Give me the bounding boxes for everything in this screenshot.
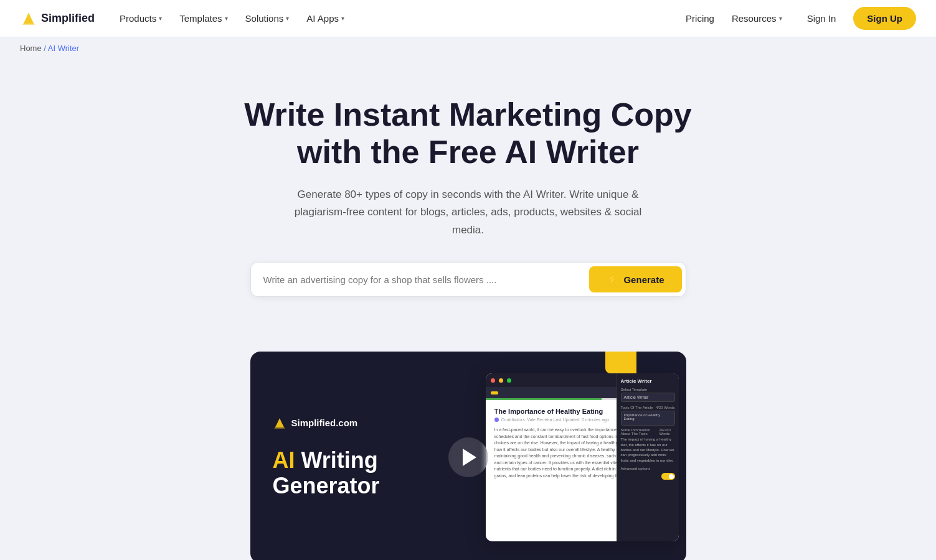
hero-title: Write Instant Marketing Copy with the Fr… <box>244 96 693 171</box>
minimize-dot <box>499 378 503 383</box>
advanced-label: Advanced options <box>621 467 675 470</box>
play-icon <box>463 449 476 466</box>
search-bar: ⚡ Generate <box>250 262 686 297</box>
logo-link[interactable]: Simplified <box>20 10 95 27</box>
expand-dot <box>507 378 511 383</box>
logo-icon <box>20 10 37 27</box>
info-counter: 29/240 Words <box>659 428 674 436</box>
video-logo-icon <box>273 416 286 430</box>
lightning-icon: ⚡ <box>607 274 618 285</box>
nav-item-templates[interactable]: Templates ▾ <box>172 8 235 29</box>
signup-button[interactable]: Sign Up <box>853 7 916 30</box>
chevron-down-icon: ▾ <box>779 15 782 22</box>
hero-subtitle: Generate 80+ types of copy in seconds wi… <box>294 186 643 240</box>
meta-dot-icon <box>494 418 499 422</box>
generate-button[interactable]: ⚡ Generate <box>589 266 681 292</box>
nav-item-solutions[interactable]: Solutions ▾ <box>238 8 297 29</box>
chevron-down-icon: ▾ <box>225 15 228 22</box>
chevron-down-icon: ▾ <box>341 15 344 22</box>
app-mockup: The Importance of Healthy Eating Contrib… <box>486 373 679 541</box>
svg-marker-1 <box>22 15 35 25</box>
play-button[interactable] <box>448 437 488 477</box>
toolbar-accent <box>491 391 498 394</box>
nav-pricing[interactable]: Pricing <box>686 13 714 24</box>
yellow-accent <box>605 352 636 373</box>
nav-right: Pricing Resources ▾ Sign In Sign Up <box>686 7 916 30</box>
sidebar-panel: Article Writer Select Template Article W… <box>617 373 679 541</box>
advanced-toggle[interactable] <box>661 473 675 480</box>
toggle-dot <box>669 474 674 479</box>
svg-marker-3 <box>274 420 285 429</box>
topic-label: Topic Of The Article <box>621 406 653 409</box>
signin-button[interactable]: Sign In <box>800 8 844 29</box>
info-label: Some Information About The Topic <box>621 428 659 436</box>
nav-item-ai-apps[interactable]: AI Apps ▾ <box>299 8 352 29</box>
search-input[interactable] <box>251 263 586 296</box>
nav-item-products[interactable]: Products ▾ <box>112 8 169 29</box>
video-logo: Simplified.com <box>273 416 463 430</box>
video-right: The Importance of Healthy Eating Contrib… <box>486 352 686 560</box>
chevron-down-icon: ▾ <box>286 15 289 22</box>
template-label: Select Template <box>621 388 675 391</box>
nav-resources[interactable]: Resources ▾ <box>724 8 790 29</box>
template-select[interactable]: Article Writer <box>621 393 675 402</box>
nav-links: Products ▾ Templates ▾ Solutions ▾ AI Ap… <box>112 8 686 29</box>
breadcrumb-home[interactable]: Home <box>20 44 42 53</box>
video-section: Simplified.com AI WritingGenerator <box>0 352 936 560</box>
breadcrumb: Home / AI Writer <box>0 37 936 59</box>
panel-title: Article Writer <box>621 378 675 384</box>
breadcrumb-current: AI Writer <box>48 44 79 53</box>
navbar: Simplified Products ▾ Templates ▾ Soluti… <box>0 0 936 37</box>
topic-input[interactable]: Importance of Healthy Eating <box>621 411 675 426</box>
breadcrumb-separator: / <box>44 44 46 53</box>
topic-counter: 4/20 Words <box>656 406 675 409</box>
video-container: Simplified.com AI WritingGenerator <box>250 352 686 560</box>
video-logo-text: Simplified.com <box>291 418 358 428</box>
close-dot <box>491 378 495 383</box>
logo-text: Simplified <box>41 12 95 25</box>
video-title-highlight: AI <box>273 447 295 473</box>
chevron-down-icon: ▾ <box>159 15 162 22</box>
hero-section: Write Instant Marketing Copy with the Fr… <box>0 59 936 352</box>
video-title: AI WritingGenerator <box>273 447 463 499</box>
info-text: The impact of having a healthy diet, the… <box>621 437 675 463</box>
